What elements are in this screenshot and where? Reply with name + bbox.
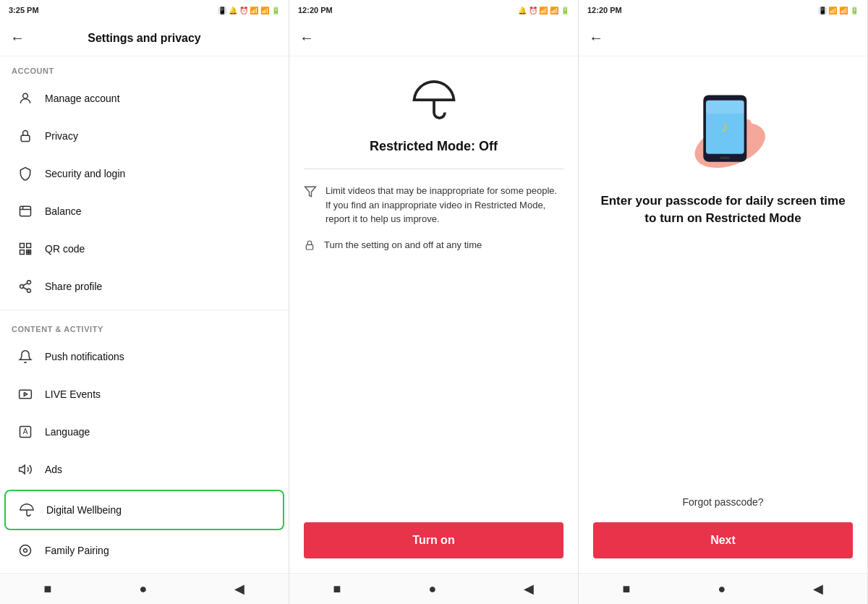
menu-item-family-pairing[interactable]: Family Pairing xyxy=(4,532,284,569)
info-item-2: Turn the setting on and off at any time xyxy=(304,238,563,254)
balance-label: Balance xyxy=(45,205,82,217)
bottom-circle-3[interactable]: ● xyxy=(718,582,726,597)
nav-bar-2: ← xyxy=(289,20,578,56)
privacy-label: Privacy xyxy=(45,130,78,142)
menu-item-qr[interactable]: QR code xyxy=(4,230,284,268)
menu-item-security[interactable]: Security and login xyxy=(4,155,284,192)
back-button-2[interactable]: ← xyxy=(299,30,314,46)
menu-item-manage-account[interactable]: Manage account xyxy=(4,80,284,117)
status-bar-2: 12:20 PM 🔔 ⏰ 📶 📶 🔋 xyxy=(289,0,578,20)
live-events-label: LIVE Events xyxy=(45,388,101,400)
family-pairing-label: Family Pairing xyxy=(45,545,109,556)
bottom-nav-3: ■ ● ◀ xyxy=(579,573,867,604)
nav-title-1: Settings and privacy xyxy=(33,32,255,45)
menu-item-privacy[interactable]: Privacy xyxy=(4,117,284,155)
svg-text:♪: ♪ xyxy=(720,119,728,135)
push-notifications-label: Push notifications xyxy=(45,351,124,362)
status-time-1: 3:25 PM xyxy=(9,6,39,14)
language-label: Language xyxy=(45,426,90,438)
panel-settings: 3:25 PM 📳 🔔 ⏰ 📶 📶 🔋 ← Settings and priva… xyxy=(0,0,289,604)
digital-wellbeing-label: Digital Wellbeing xyxy=(46,504,122,516)
svg-text:A: A xyxy=(23,428,28,435)
bottom-square-1[interactable]: ■ xyxy=(44,582,52,597)
panel-restricted-mode: 12:20 PM 🔔 ⏰ 📶 📶 🔋 ← Restricted Mode: Of… xyxy=(289,0,579,604)
status-bar-1: 3:25 PM 📳 🔔 ⏰ 📶 📶 🔋 xyxy=(0,0,289,20)
bottom-back-2[interactable]: ◀ xyxy=(524,581,534,597)
restricted-mode-content: Restricted Mode: Off Limit videos that m… xyxy=(289,56,578,573)
share-icon xyxy=(16,277,35,296)
forgot-passcode-link[interactable]: Forgot passcode? xyxy=(682,496,763,508)
nav-bar-1: ← Settings and privacy xyxy=(0,20,289,56)
phone-illustration: ♪ xyxy=(665,78,781,172)
section-divider xyxy=(0,310,289,310)
svg-rect-10 xyxy=(27,252,29,255)
status-icons-2: 🔔 ⏰ 📶 📶 🔋 xyxy=(518,7,569,14)
svg-rect-19 xyxy=(306,244,312,250)
turn-on-button[interactable]: Turn on xyxy=(304,522,563,558)
panel-passcode: 12:20 PM 📳 📶 📶 🔋 ← ♪ xyxy=(579,0,868,604)
person-icon xyxy=(16,89,35,108)
svg-rect-5 xyxy=(20,244,25,248)
svg-rect-12 xyxy=(20,390,32,399)
svg-marker-15 xyxy=(20,465,25,474)
passcode-title: Enter your passcode for daily screen tim… xyxy=(593,192,853,227)
lock-icon xyxy=(16,127,35,145)
status-icons-3: 📳 📶 📶 🔋 xyxy=(818,7,859,14)
menu-item-push-notifications[interactable]: Push notifications xyxy=(4,338,284,375)
status-icons-1: 📳 🔔 ⏰ 📶 📶 🔋 xyxy=(218,7,280,14)
bottom-nav-2: ■ ● ◀ xyxy=(289,573,578,604)
balance-icon xyxy=(16,202,35,221)
family-icon xyxy=(16,541,35,560)
shield-icon xyxy=(16,164,35,183)
info-text-1: Limit videos that may be inappropriate f… xyxy=(326,184,563,226)
svg-point-16 xyxy=(20,545,31,556)
info-text-2: Turn the setting on and off at any time xyxy=(324,238,482,252)
restricted-mode-title: Restricted Mode: Off xyxy=(370,139,498,154)
passcode-content: ♪ Enter your passcode for daily screen t… xyxy=(579,56,867,573)
ads-label: Ads xyxy=(45,464,62,475)
back-button-3[interactable]: ← xyxy=(589,30,603,46)
menu-item-ads[interactable]: Ads xyxy=(4,451,284,488)
menu-item-live-events[interactable]: LIVE Events xyxy=(4,375,284,413)
bottom-circle-1[interactable]: ● xyxy=(139,582,147,597)
bottom-circle-2[interactable]: ● xyxy=(428,582,436,597)
svg-rect-1 xyxy=(21,135,30,141)
lock-small-icon xyxy=(304,239,315,254)
svg-rect-6 xyxy=(27,244,31,248)
bell-icon xyxy=(16,347,35,366)
section-label-account: ACCOUNT xyxy=(0,56,289,80)
share-profile-label: Share profile xyxy=(45,281,102,292)
bottom-back-1[interactable]: ◀ xyxy=(234,581,244,597)
section-label-content: CONTENT & ACTIVITY xyxy=(0,315,289,338)
restricted-umbrella-icon xyxy=(412,78,456,127)
filter-icon xyxy=(304,185,317,201)
qr-icon xyxy=(16,239,35,258)
svg-marker-18 xyxy=(305,187,316,197)
divider-line xyxy=(304,169,563,169)
info-items-list: Limit videos that may be inappropriate f… xyxy=(304,184,563,254)
next-button[interactable]: Next xyxy=(593,522,853,558)
back-button-1[interactable]: ← xyxy=(10,30,25,46)
menu-item-balance[interactable]: Balance xyxy=(4,192,284,230)
nav-bar-3: ← xyxy=(579,20,867,56)
svg-point-17 xyxy=(24,549,27,553)
language-icon: A xyxy=(16,422,35,441)
status-bar-3: 12:20 PM 📳 📶 📶 🔋 xyxy=(579,0,867,20)
svg-point-0 xyxy=(23,93,28,98)
menu-item-share-profile[interactable]: Share profile xyxy=(4,268,284,305)
bottom-square-3[interactable]: ■ xyxy=(623,582,631,597)
umbrella-icon xyxy=(17,501,36,519)
qr-label: QR code xyxy=(45,243,85,255)
settings-list: ACCOUNT Manage account Privacy Security … xyxy=(0,56,289,573)
menu-item-digital-wellbeing[interactable]: Digital Wellbeing xyxy=(4,490,284,530)
menu-item-language[interactable]: A Language xyxy=(4,413,284,451)
live-icon xyxy=(16,385,35,404)
svg-rect-9 xyxy=(29,250,31,252)
svg-rect-8 xyxy=(27,250,29,252)
ads-icon xyxy=(16,460,35,479)
bottom-back-3[interactable]: ◀ xyxy=(813,581,823,597)
bottom-square-2[interactable]: ■ xyxy=(333,582,341,597)
svg-rect-28 xyxy=(706,101,744,114)
bottom-nav-1: ■ ● ◀ xyxy=(0,573,289,604)
svg-rect-2 xyxy=(20,206,31,216)
